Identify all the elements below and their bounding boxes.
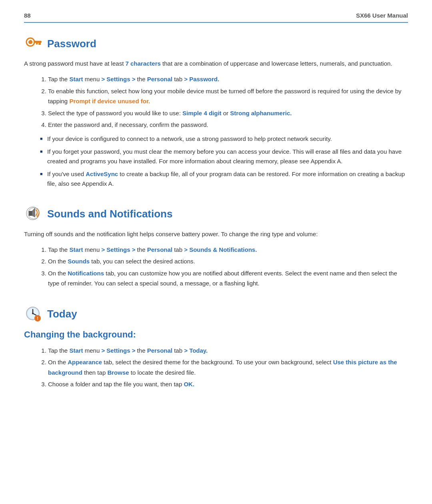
svg-rect-13 [29, 211, 32, 216]
password-bullet-1: If your device is configured to connect … [40, 134, 408, 144]
sounds-steps-list: Tap the Start menu > Settings > the Pers… [48, 245, 408, 289]
sounds-notif-link: > Sounds & Notifications. [184, 246, 257, 253]
password-bullets-list: If your device is configured to connect … [40, 134, 408, 189]
personal-link-1: Personal [147, 76, 172, 82]
gt-settings-2: > Settings > [101, 246, 135, 253]
start-link-3: Start [69, 347, 83, 354]
svg-point-20 [32, 313, 34, 314]
ok-link: OK. [184, 381, 194, 388]
sounds-section-title: Sounds and Notifications [47, 208, 172, 220]
today-icon: ! [24, 305, 43, 324]
sounds-intro: Turning off sounds and the notification … [24, 229, 408, 239]
notifications-tab-link: Notifications [68, 270, 104, 277]
today-link: > Today. [184, 347, 208, 354]
section-password: Password A strong password must have at … [24, 34, 408, 189]
password-steps-list: Tap the Start menu > Settings > the Pers… [48, 74, 408, 130]
page-header: 88 SX66 User Manual [24, 12, 408, 23]
sounds-step-3: On the Notifications tab, you can custom… [48, 268, 408, 289]
password-step-2: To enable this function, select how long… [48, 86, 408, 106]
simple-4-link: Simple 4 digit [182, 110, 222, 116]
today-step-1: Tap the Start menu > Settings > the Pers… [48, 345, 408, 356]
page-number: 88 [24, 12, 31, 19]
password-section-title: Password [47, 38, 96, 50]
start-link-2: Start [69, 246, 83, 253]
svg-rect-8 [39, 42, 41, 45]
password-intro-highlight-characters: 7 characters [125, 60, 160, 67]
activesync-link: ActiveSync [86, 171, 118, 177]
section-sounds: Sounds and Notifications Turning off sou… [24, 205, 408, 289]
today-subsection-title: Changing the background: [24, 329, 408, 340]
appearance-link: Appearance [68, 359, 102, 365]
svg-text:!: ! [37, 316, 38, 321]
start-link-1: Start [69, 76, 83, 82]
today-step-3: Choose a folder and tap the file you wan… [48, 379, 408, 390]
password-step-1: Tap the Start menu > Settings > the Pers… [48, 74, 408, 84]
section-password-header: Password [24, 34, 408, 53]
sounds-icon [24, 205, 43, 224]
gt-settings-3: > Settings > [101, 347, 135, 354]
svg-rect-9 [36, 42, 38, 44]
password-step-4: Enter the password and, if necessary, co… [48, 120, 408, 130]
personal-link-2: Personal [147, 246, 172, 253]
page-title-header: SX66 User Manual [356, 12, 408, 19]
today-section-title: Today [47, 308, 77, 320]
strong-alpha-link: Strong alphanumeric. [230, 110, 292, 116]
sounds-tab-link: Sounds [68, 258, 90, 265]
password-bullet-3: If you've used ActiveSync to create a ba… [40, 169, 408, 189]
sounds-step-2: On the Sounds tab, you can select the de… [48, 256, 408, 267]
today-steps-list: Tap the Start menu > Settings > the Pers… [48, 345, 408, 390]
sounds-step-1: Tap the Start menu > Settings > the Pers… [48, 245, 408, 255]
section-sounds-header: Sounds and Notifications [24, 205, 408, 224]
gt-settings-1: > Settings > [101, 76, 135, 82]
today-step-2: On the Appearance tab, select the desire… [48, 357, 408, 377]
browse-link: Browse [107, 369, 129, 376]
prompt-link: Prompt if device unused for. [69, 98, 150, 104]
password-step-3: Select the type of password you would li… [48, 108, 408, 118]
page-container: 88 SX66 User Manual Password [0, 0, 432, 504]
password-intro: A strong password must have at least 7 c… [24, 59, 408, 68]
password-icon [24, 34, 43, 53]
svg-marker-14 [32, 208, 35, 217]
section-today-header: ! Today [24, 305, 408, 324]
password-bullet-2: If you forget your password, you must cl… [40, 147, 408, 166]
personal-link-3: Personal [147, 347, 172, 354]
section-today: ! Today Changing the background: Tap the… [24, 305, 408, 390]
password-link-1: > Password. [184, 76, 219, 82]
